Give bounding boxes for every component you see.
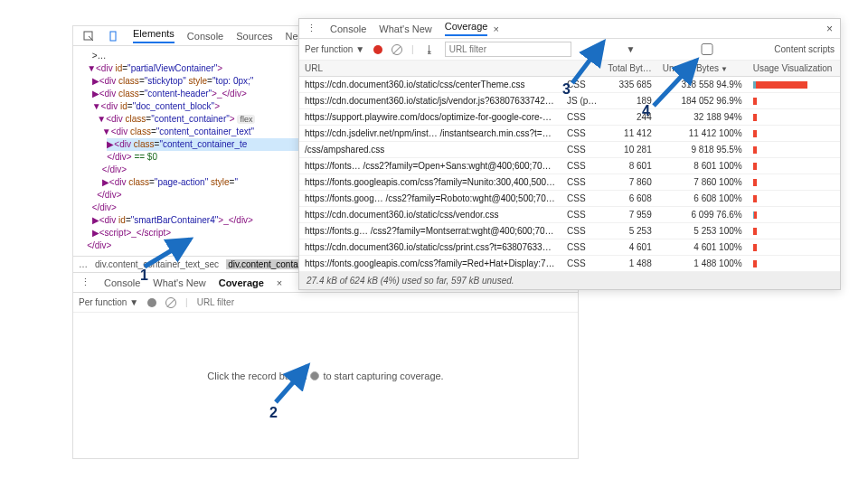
content-scripts-checkbox[interactable]: Content scripts [644, 43, 835, 55]
cell-unused: 6 608 100% [657, 191, 748, 207]
cell-total: 335 685 [602, 77, 656, 93]
cell-url: https://cdn.document360.io/static/js/ven… [299, 93, 561, 109]
cell-total: 1 488 [602, 256, 656, 272]
drawer-tab-whatsnew[interactable]: What's New [153, 277, 205, 288]
cell-url: https://fonts.g… /css2?family=Montserrat… [299, 223, 561, 239]
inspect-icon[interactable] [82, 30, 95, 42]
table-row[interactable]: https://fonts.g… /css2?family=Montserrat… [299, 223, 840, 239]
coverage-filter-bar: Per function ▼ | ⭳ ▼ Content scripts [299, 39, 840, 61]
cell-unused: 1 488 100% [657, 256, 748, 272]
tab-close-icon[interactable]: × [493, 23, 498, 34]
coverage-empty-state: Click the record button to start capturi… [73, 313, 578, 439]
cell-type: CSS [561, 158, 602, 174]
cell-unused: 8 601 100% [657, 158, 748, 174]
col-type[interactable] [561, 61, 602, 77]
breadcrumb-item[interactable]: div.content_container_text_sec [95, 259, 219, 269]
cell-vis [748, 223, 840, 239]
coverage-tab-coverage[interactable]: Coverage [445, 21, 488, 36]
cell-url: /css/ampshared.css [299, 142, 561, 158]
cell-url: https://fonts.googleapis.com/css?family=… [299, 256, 561, 272]
cell-unused: 5 253 100% [657, 223, 748, 239]
table-row[interactable]: https://support.playwire.com/docs/optimi… [299, 109, 840, 126]
record-icon[interactable] [310, 371, 319, 380]
cell-unused: 11 412 100% [657, 126, 748, 142]
tab-elements[interactable]: Elements [133, 28, 175, 43]
cell-url: https://fonts.goog… /css2?family=Roboto:… [299, 191, 561, 207]
table-row[interactable]: https://fonts.googleapis.com/css?family=… [299, 174, 840, 191]
table-row[interactable]: https://fonts… /css2?family=Open+Sans:wg… [299, 158, 840, 174]
per-function-dropdown[interactable]: Per function ▼ [79, 297, 138, 307]
panel-close-icon[interactable]: × [826, 23, 833, 35]
cell-type: CSS [561, 207, 602, 223]
breadcrumb-item[interactable]: … [79, 259, 88, 269]
table-row[interactable]: https://fonts.googleapis.com/css?family=… [299, 256, 840, 272]
cell-type: CSS [561, 191, 602, 207]
cell-type: CSS [561, 239, 602, 256]
cell-url: https://cdn.document360.io/static/css/ve… [299, 207, 561, 223]
col-url[interactable]: URL [299, 61, 561, 77]
content-scripts-input[interactable] [644, 43, 770, 55]
table-row[interactable]: https://fonts.goog… /css2?family=Roboto:… [299, 191, 840, 207]
table-row[interactable]: https://cdn.document360.io/static/css/pr… [299, 239, 840, 256]
tab-sources[interactable]: Sources [236, 31, 272, 42]
cell-total: 7 959 [602, 207, 656, 223]
cell-type: CSS [561, 223, 602, 239]
cell-unused: 6 099 76.6% [657, 207, 748, 223]
table-row[interactable]: https://cdn.document360.io/static/css/ve… [299, 207, 840, 223]
per-function-dropdown[interactable]: Per function ▼ [305, 44, 364, 54]
drawer: ⋮ Console What's New Coverage × Per func… [73, 272, 578, 439]
empty-text-post: to start capturing coverage. [323, 371, 443, 381]
clear-icon[interactable] [392, 44, 402, 55]
cell-unused: 318 558 94.9% [657, 77, 748, 93]
coverage-status: 27.4 kB of 624 kB (4%) used so far, 597 … [299, 272, 840, 289]
empty-text-pre: Click the record button [207, 371, 307, 381]
cell-vis [748, 158, 840, 174]
drawer-tab-console[interactable]: Console [104, 277, 140, 288]
record-icon[interactable] [147, 298, 156, 307]
tab-console[interactable]: Console [187, 31, 223, 42]
cell-vis [748, 77, 840, 93]
cell-vis [748, 256, 840, 272]
col-total[interactable]: Total Byt… [602, 61, 656, 77]
cell-vis [748, 109, 840, 126]
url-filter-input[interactable] [197, 297, 306, 307]
annotation-3: 3 [562, 81, 571, 98]
url-filter-input[interactable] [445, 42, 571, 57]
table-row[interactable]: https://cdn.jsdelivr.net/npm/inst… /inst… [299, 126, 840, 142]
cell-total: 6 608 [602, 191, 656, 207]
table-row[interactable]: /css/ampshared.cssCSS10 2819 818 95.5% [299, 142, 840, 158]
close-icon[interactable]: × [277, 277, 282, 288]
col-vis[interactable]: Usage Visualization [748, 61, 840, 77]
cell-total: 11 412 [602, 126, 656, 142]
cell-total: 7 860 [602, 174, 656, 191]
clear-icon[interactable] [165, 297, 176, 308]
cell-url: https://fonts… /css2?family=Open+Sans:wg… [299, 158, 561, 174]
cell-vis [748, 207, 840, 223]
kebab-icon[interactable]: ⋮ [79, 277, 91, 289]
cell-vis [748, 126, 840, 142]
cell-vis [748, 174, 840, 191]
annotation-1: 1 [140, 267, 148, 284]
drawer-filter-bar: Per function ▼ | [73, 293, 578, 313]
cell-unused: 184 052 96.9% [657, 93, 748, 109]
cell-unused: 9 818 95.5% [657, 142, 748, 158]
cell-total: 8 601 [602, 158, 656, 174]
coverage-tab-whatsnew[interactable]: What's New [379, 23, 431, 34]
cell-total: 5 253 [602, 223, 656, 239]
drawer-tab-coverage[interactable]: Coverage [219, 277, 264, 288]
coverage-tabs: ⋮ Console What's New Coverage × × [299, 19, 840, 39]
annotation-2: 2 [269, 405, 278, 421]
cell-url: https://cdn.document360.io/static/css/ce… [299, 77, 561, 93]
type-filter-dropdown[interactable]: ▼ [626, 44, 635, 54]
coverage-tab-console[interactable]: Console [330, 23, 366, 34]
download-icon[interactable]: ⭳ [423, 43, 436, 56]
cell-total: 10 281 [602, 142, 656, 158]
cell-vis [748, 191, 840, 207]
device-icon[interactable] [108, 30, 120, 42]
cell-type: CSS [561, 109, 602, 126]
col-unused[interactable]: Unused Bytes▼ [657, 61, 748, 77]
cell-vis [748, 142, 840, 158]
cell-type: CSS [561, 142, 602, 158]
kebab-icon[interactable]: ⋮ [305, 23, 317, 35]
record-icon[interactable] [373, 45, 382, 54]
